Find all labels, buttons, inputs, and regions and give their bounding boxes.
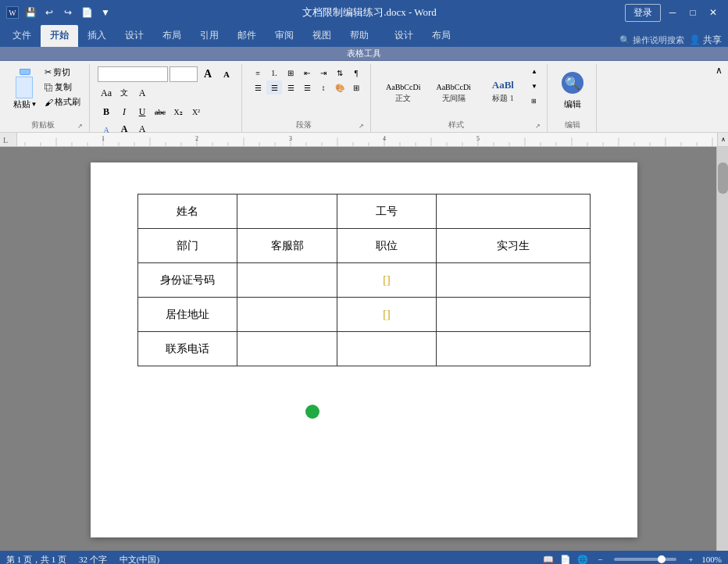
tab-table-design[interactable]: 设计 [385,25,423,47]
tab-insert[interactable]: 插入 [78,25,116,47]
tab-design[interactable]: 设计 [116,25,153,47]
style-normal[interactable]: AaBbCcDi 正文 [379,66,427,106]
ruler-collapse-btn[interactable]: ∧ [717,133,728,147]
paste-button[interactable]: 粘贴 ▼ [9,66,41,112]
bold-btn[interactable]: B [98,103,115,120]
quickaccess-dropdown-btn[interactable]: ▼ [97,4,114,21]
numbering-btn[interactable]: 1. [266,66,282,80]
style-nospace[interactable]: AaBbCcDi 无间隔 [429,66,477,106]
print-layout-btn[interactable]: 📄 [559,553,572,564]
find-replace-btn[interactable]: 🔍 编辑 [555,66,590,112]
font-family-input[interactable] [98,66,168,82]
align-right-btn[interactable]: ☰ [283,80,298,95]
tab-mailings[interactable]: 邮件 [228,25,266,47]
cell-idcard-field[interactable]: [] [337,263,436,298]
cell-idcard-value[interactable] [237,263,337,298]
ribbon-tabs-right: 🔍 操作说明搜索 👤 共享 [619,34,728,47]
bullets-btn[interactable]: ≡ [250,66,266,80]
align-center-btn[interactable]: ☰ [266,80,282,95]
close-button[interactable]: ✕ [705,4,722,21]
line-spacing-btn[interactable]: ↕ [316,80,331,95]
shading-btn[interactable]: 🎨 [332,80,348,95]
help-search[interactable]: 🔍 操作说明搜索 [619,34,684,46]
ruler-corner[interactable]: L [0,133,17,147]
cell-position-label[interactable]: 职位 [337,229,436,263]
redo-quick-btn[interactable]: ↪ [59,4,77,21]
cell-name-value[interactable] [237,195,337,229]
styles-expand-icon[interactable]: ↗ [535,123,541,130]
style-scroll-down[interactable]: ▼ [528,80,541,91]
tab-file[interactable]: 文件 [3,25,41,47]
cell-idcard-right[interactable] [437,263,591,298]
restore-button[interactable]: □ [684,4,701,21]
cut-button[interactable]: ✂剪切 [42,66,83,79]
document-page[interactable]: 姓名 工号 部门 客服部 职位 实习生 身份证号码 [91,162,637,537]
login-button[interactable]: 登录 [625,4,661,22]
cell-idcard-label[interactable]: 身份证号码 [138,263,237,298]
font-size-input[interactable] [170,66,198,82]
clipboard-expand-icon[interactable]: ↗ [77,123,83,130]
cell-address-field[interactable]: [] [337,298,436,332]
tab-view[interactable]: 视图 [303,25,341,47]
increase-indent-btn[interactable]: ⇥ [316,66,331,80]
cell-address-right[interactable] [437,298,591,332]
tab-home[interactable]: 开始 [41,25,78,47]
show-marks-btn[interactable]: ¶ [348,66,364,80]
scrollbar-thumb[interactable] [718,162,728,194]
multilevel-btn[interactable]: ⊞ [283,66,298,80]
justify-btn[interactable]: ☰ [299,80,315,95]
decrease-font-btn[interactable]: A [218,66,235,83]
tab-table-layout[interactable]: 布局 [423,25,460,47]
cell-empno-value[interactable] [437,195,591,229]
cell-phone-value[interactable] [237,332,337,366]
style-more[interactable]: ⊞ [528,95,541,106]
strikethrough-btn[interactable]: abc [152,103,169,120]
cell-emergency-label[interactable] [337,332,436,366]
border-btn[interactable]: ⊞ [348,80,364,95]
save-quick-btn[interactable]: 💾 [22,4,39,21]
zoom-slider[interactable] [614,558,676,561]
minimize-button[interactable]: ─ [664,4,681,21]
clear-format-btn[interactable]: A [134,84,151,102]
cell-empno-label[interactable]: 工号 [337,195,436,229]
cell-name-label[interactable]: 姓名 [138,195,237,229]
cell-dept-value[interactable]: 客服部 [237,229,337,263]
cell-phone-label[interactable]: 联系电话 [138,332,237,366]
format-painter-button[interactable]: 🖌格式刷 [42,95,83,109]
tab-layout[interactable]: 布局 [153,25,191,47]
subscript-btn[interactable]: X₂ [170,103,187,120]
cell-emergency-value[interactable] [437,332,591,366]
autosave-quick-btn[interactable]: 📄 [78,4,95,21]
cell-dept-label[interactable]: 部门 [138,229,237,263]
tab-references[interactable]: 引用 [191,25,228,47]
help-search-label[interactable]: 操作说明搜索 [633,34,684,46]
share-button[interactable]: 👤 共享 [689,34,722,47]
cell-address-value[interactable] [237,298,337,332]
document-table[interactable]: 姓名 工号 部门 客服部 职位 实习生 身份证号码 [137,194,591,366]
zoom-thumb[interactable] [658,555,666,563]
collapse-ribbon-btn[interactable]: ∧ [712,64,725,77]
web-layout-btn[interactable]: 🌐 [576,553,589,564]
underline-btn[interactable]: U [134,103,151,120]
superscript-btn[interactable]: X² [187,103,205,120]
read-mode-btn[interactable]: 📖 [542,553,555,564]
phonetic-btn[interactable]: 文 [116,84,133,102]
vertical-scrollbar[interactable] [716,147,728,551]
italic-btn[interactable]: I [116,103,133,120]
tab-review[interactable]: 审阅 [266,25,303,47]
decrease-indent-btn[interactable]: ⇤ [299,66,315,80]
zoom-in-btn[interactable]: + [684,553,697,564]
cell-position-value[interactable]: 实习生 [437,229,591,263]
zoom-out-btn[interactable]: − [594,553,606,564]
style-heading1[interactable]: AaBl 标题 1 [480,66,526,106]
increase-font-btn[interactable]: A [199,66,216,83]
case-btn[interactable]: Aa [98,84,115,102]
copy-button[interactable]: ⿻复制 [42,80,83,94]
undo-quick-btn[interactable]: ↩ [41,4,58,21]
cell-address-label[interactable]: 居住地址 [138,298,237,332]
style-scroll-up[interactable]: ▲ [528,66,541,77]
sort-btn[interactable]: ⇅ [332,66,348,80]
paragraph-expand-icon[interactable]: ↗ [359,123,364,130]
tab-help[interactable]: 帮助 [341,25,378,47]
align-left-btn[interactable]: ☰ [250,80,266,95]
